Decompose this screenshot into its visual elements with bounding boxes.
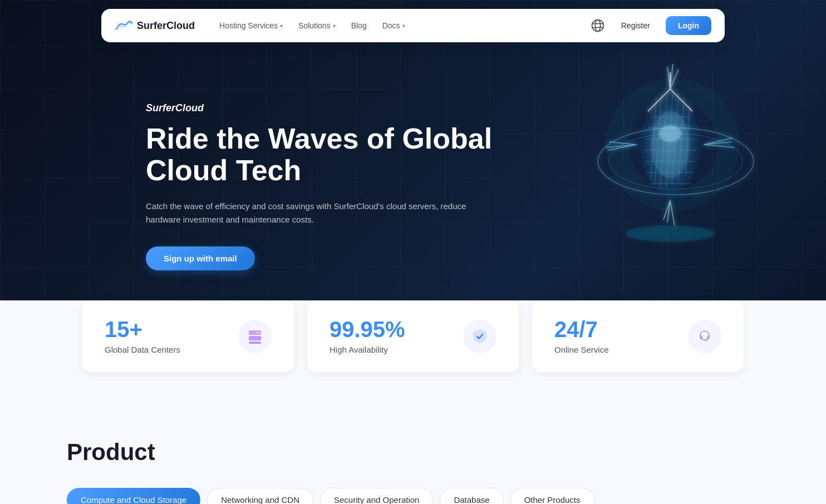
tab-database[interactable]: Database xyxy=(440,488,503,504)
nav-hosting-services[interactable]: Hosting Services ▾ xyxy=(213,17,289,34)
hero-section: SurferCloud Ride the Waves of Global Clo… xyxy=(0,0,826,323)
svg-rect-11 xyxy=(249,336,261,340)
navbar: SurferCloud Hosting Services ▾ Solutions… xyxy=(101,9,725,42)
nav-links: Hosting Services ▾ Solutions ▾ Blog Docs… xyxy=(213,17,412,34)
product-title: Product xyxy=(67,439,759,466)
stat-label-availability: High Availability xyxy=(330,345,405,354)
svg-point-0 xyxy=(592,20,603,32)
stat-label-service: Online Service xyxy=(554,345,609,354)
server-icon xyxy=(247,328,263,345)
logo[interactable]: SurferCloud xyxy=(115,19,195,32)
tab-compute-cloud[interactable]: Compute and Cloud Storage xyxy=(67,488,200,504)
tab-other-products[interactable]: Other Products xyxy=(510,488,594,504)
register-button[interactable]: Register xyxy=(614,17,657,34)
shield-icon xyxy=(471,328,488,345)
stat-icon-service xyxy=(688,320,721,353)
stats-section: 15+ Global Data Centers 99.95% High Avai… xyxy=(0,300,826,406)
stat-number-datacenters: 15+ xyxy=(105,318,180,340)
svg-rect-12 xyxy=(249,342,261,344)
stat-icon-datacenters xyxy=(238,320,272,353)
stat-label-datacenters: Global Data Centers xyxy=(105,345,180,354)
stat-card-datacenters: 15+ Global Data Centers xyxy=(82,300,294,372)
logo-icon xyxy=(115,19,132,32)
tab-networking-cdn[interactable]: Networking and CDN xyxy=(207,488,313,504)
hero-title: Ride the Waves of Global Cloud Tech xyxy=(146,123,535,186)
login-button[interactable]: Login xyxy=(666,16,711,35)
hero-content: SurferCloud Ride the Waves of Global Clo… xyxy=(79,58,747,315)
headset-icon xyxy=(696,328,713,345)
stat-card-service: 24/7 Online Service xyxy=(532,300,744,372)
nav-docs[interactable]: Docs ▾ xyxy=(376,17,412,34)
hero-description: Catch the wave of efficiency and cost sa… xyxy=(146,200,469,226)
hero-subtitle: SurferCloud xyxy=(146,102,680,114)
globe-icon[interactable] xyxy=(590,18,606,33)
navbar-right: Register Login xyxy=(590,16,711,35)
nav-blog[interactable]: Blog xyxy=(345,17,373,34)
svg-point-14 xyxy=(256,332,258,333)
logo-text: SurferCloud xyxy=(137,20,195,32)
tab-security-operation[interactable]: Security and Operation xyxy=(320,488,433,504)
stat-icon-availability xyxy=(463,320,496,353)
nav-solutions[interactable]: Solutions ▾ xyxy=(292,17,342,34)
stat-card-availability: 99.95% High Availability xyxy=(307,300,519,372)
svg-point-13 xyxy=(258,332,260,333)
chevron-down-icon: ▾ xyxy=(333,23,336,29)
chevron-down-icon: ▾ xyxy=(280,23,283,29)
signup-button[interactable]: Sign up with email xyxy=(146,246,255,270)
product-tabs: Compute and Cloud Storage Networking and… xyxy=(67,488,759,504)
svg-point-1 xyxy=(595,20,600,32)
stat-number-service: 24/7 xyxy=(554,318,609,340)
chevron-down-icon: ▾ xyxy=(402,23,405,29)
stat-number-availability: 99.95% xyxy=(330,318,405,340)
navbar-left: SurferCloud Hosting Services ▾ Solutions… xyxy=(115,17,412,34)
product-section: Product Compute and Cloud Storage Networ… xyxy=(0,406,826,504)
